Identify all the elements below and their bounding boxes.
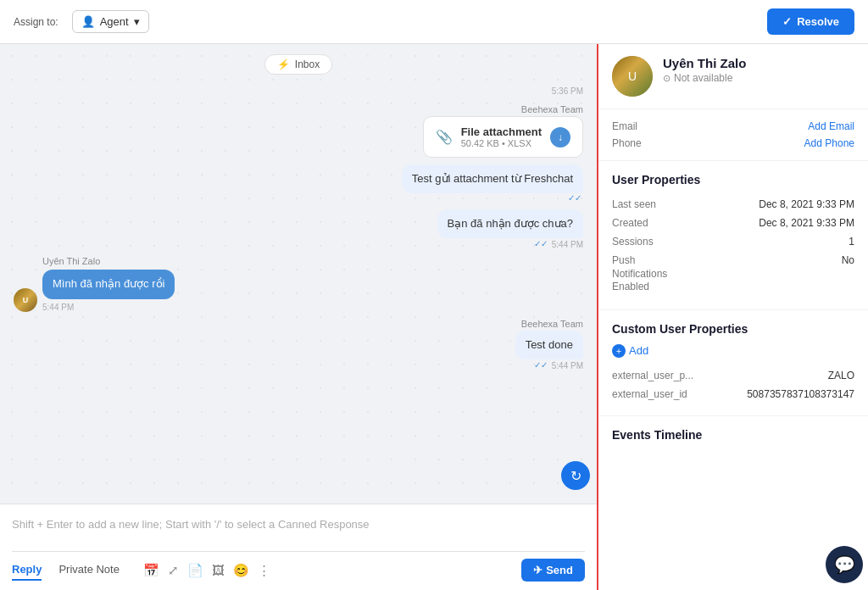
message-time: 5:44 PM: [552, 240, 583, 249]
custom-user-properties-section: Custom User Properties + Add external_us…: [598, 310, 868, 416]
contact-info-section: Email Add Email Phone Add Phone: [598, 109, 868, 161]
more-icon[interactable]: ⋮: [258, 563, 270, 578]
tab-reply[interactable]: Reply: [12, 559, 42, 581]
assign-label: Assign to:: [14, 16, 58, 28]
avatar-image: U: [612, 56, 653, 97]
chat-area: ⚡ Inbox 5:36 PM Beehexa Team 📎 File atta…: [0, 44, 597, 590]
reply-tabs: Reply Private Note: [12, 559, 136, 581]
sender-label: Beehexa Team: [521, 104, 583, 114]
calendar-icon[interactable]: 📅: [143, 563, 159, 578]
table-row: Beehexa Team 📎 File attachment 50.42 KB …: [423, 104, 583, 158]
user-properties-title: User Properties: [612, 173, 854, 186]
created-value: Dec 8, 2021 9:33 PM: [759, 217, 854, 229]
email-label: Email: [612, 120, 637, 132]
list-item: Bạn đã nhận được chưa? ✓✓ 5:44 PM: [437, 209, 583, 249]
file-name: File attachment: [461, 125, 542, 138]
list-item: Beehexa Team Test done ✓✓ 5:44 PM: [515, 319, 583, 370]
tick-icon: ✓✓: [534, 360, 548, 370]
agent-icon: 👤: [81, 15, 95, 28]
custom-prop-key-2: external_user_id: [612, 388, 687, 400]
user-status: ⊙ Not available: [663, 72, 746, 84]
avatar-initials: U: [14, 288, 37, 312]
file-icon[interactable]: 📄: [187, 563, 203, 578]
user-info: Uyên Thi Zalo ⊙ Not available: [663, 56, 746, 84]
phone-row: Phone Add Phone: [612, 135, 854, 152]
resolve-button[interactable]: ✓ Resolve: [767, 8, 854, 35]
custom-prop-row-2: external_user_id 5087357837108373147: [612, 385, 854, 404]
paperclip-icon: 📎: [436, 129, 453, 145]
events-timeline-section: Events Timeline: [598, 416, 868, 462]
phone-label: Phone: [612, 137, 642, 149]
inbox-badge: ⚡ Inbox: [264, 54, 332, 75]
message-bubble: Mình đã nhận được rồi: [42, 270, 175, 298]
send-button[interactable]: ✈ Send: [521, 559, 585, 582]
push-label: PushNotificationsEnabled: [612, 254, 667, 294]
custom-prop-key-1: external_user_p...: [612, 370, 693, 381]
tick-row: ✓✓: [568, 193, 583, 203]
assign-agent-button[interactable]: 👤 Agent ▾: [72, 10, 149, 33]
user-name: Uyên Thi Zalo: [663, 56, 746, 70]
message-bubble: Test done: [515, 331, 583, 359]
toolbar-actions: 📅 ⤢ 📄 🖼 😊 ⋮ ✈ Send: [143, 559, 585, 582]
emoji-icon[interactable]: 😊: [233, 563, 249, 578]
message-bubble: Test gửi attachment từ Freshchat: [402, 164, 583, 193]
send-arrow-icon: ✈: [533, 564, 542, 576]
sessions-row: Sessions 1: [612, 232, 854, 251]
left-msg-col: Uyên Thi Zalo Mình đã nhận được rồi 5:44…: [42, 256, 175, 311]
events-timeline-title: Events Timeline: [612, 428, 854, 442]
custom-properties-title: Custom User Properties: [612, 322, 854, 336]
last-seen-label: Last seen: [612, 198, 722, 210]
check-icon: ✓: [782, 15, 792, 28]
download-button[interactable]: ↓: [550, 127, 570, 148]
tick-icon: ✓✓: [534, 239, 548, 248]
chevron-down-icon: ▾: [134, 15, 140, 28]
chat-input[interactable]: Shift + Enter to add a new line; Start w…: [12, 513, 585, 548]
float-chat-button[interactable]: 💬: [826, 546, 863, 583]
sessions-label: Sessions: [612, 236, 722, 248]
list-item: U Uyên Thi Zalo Mình đã nhận được rồi 5:…: [14, 256, 583, 311]
time-536: 5:36 PM: [14, 86, 583, 96]
user-profile-section: U Uyên Thi Zalo ⊙ Not available: [598, 44, 868, 109]
file-attachment-bubble: 📎 File attachment 50.42 KB • XLSX ↓: [423, 116, 583, 158]
add-email-link[interactable]: Add Email: [808, 120, 854, 132]
resize-icon[interactable]: ⤢: [168, 563, 179, 578]
last-seen-row: Last seen Dec 8, 2021 9:33 PM: [612, 195, 854, 214]
header: Assign to: 👤 Agent ▾ ✓ Resolve: [0, 0, 868, 44]
input-toolbar: Reply Private Note 📅 ⤢ 📄 🖼 😊 ⋮ ✈ Send: [12, 551, 585, 582]
sessions-value: 1: [849, 236, 854, 248]
refresh-button[interactable]: ↻: [561, 461, 590, 490]
message-bubble: Bạn đã nhận được chưa?: [437, 209, 583, 238]
push-value: No: [842, 254, 854, 294]
file-meta: 50.42 KB • XLSX: [461, 138, 542, 148]
plus-icon: +: [612, 344, 626, 358]
add-custom-property-button[interactable]: + Add: [612, 344, 854, 358]
push-notif-row: PushNotificationsEnabled No: [612, 251, 854, 298]
custom-prop-val-2: 5087357837108373147: [747, 388, 854, 400]
sender-label: Uyên Thi Zalo: [42, 256, 175, 266]
custom-prop-row-1: external_user_p... ZALO: [612, 366, 854, 385]
image-icon[interactable]: 🖼: [212, 563, 225, 577]
resolve-label: Resolve: [797, 15, 839, 28]
location-icon: ⊙: [663, 73, 670, 84]
chat-inner: ⚡ Inbox 5:36 PM Beehexa Team 📎 File atta…: [0, 44, 597, 590]
right-panel: U Uyên Thi Zalo ⊙ Not available Email Ad…: [597, 44, 868, 590]
tab-private-note[interactable]: Private Note: [58, 559, 120, 581]
sender-label: Beehexa Team: [521, 319, 583, 329]
main-layout: ⚡ Inbox 5:36 PM Beehexa Team 📎 File atta…: [0, 44, 868, 590]
chat-input-area: Shift + Enter to add a new line; Start w…: [0, 504, 597, 590]
user-avatar-large: U: [612, 56, 653, 97]
message-time: 5:44 PM: [552, 361, 583, 370]
message-time: 5:44 PM: [42, 303, 175, 312]
add-phone-link[interactable]: Add Phone: [804, 137, 854, 149]
chat-float-icon: 💬: [834, 554, 855, 575]
file-info: File attachment 50.42 KB • XLSX: [461, 125, 542, 148]
created-label: Created: [612, 217, 722, 229]
user-avatar: U: [14, 288, 37, 312]
status-text: Not available: [674, 72, 732, 84]
email-row: Email Add Email: [612, 118, 854, 135]
send-label: Send: [546, 564, 573, 576]
user-properties-section: User Properties Last seen Dec 8, 2021 9:…: [598, 161, 868, 310]
add-label: Add: [629, 344, 648, 357]
chat-messages[interactable]: ⚡ Inbox 5:36 PM Beehexa Team 📎 File atta…: [0, 44, 597, 504]
time-row: ✓✓ 5:44 PM: [534, 359, 583, 370]
